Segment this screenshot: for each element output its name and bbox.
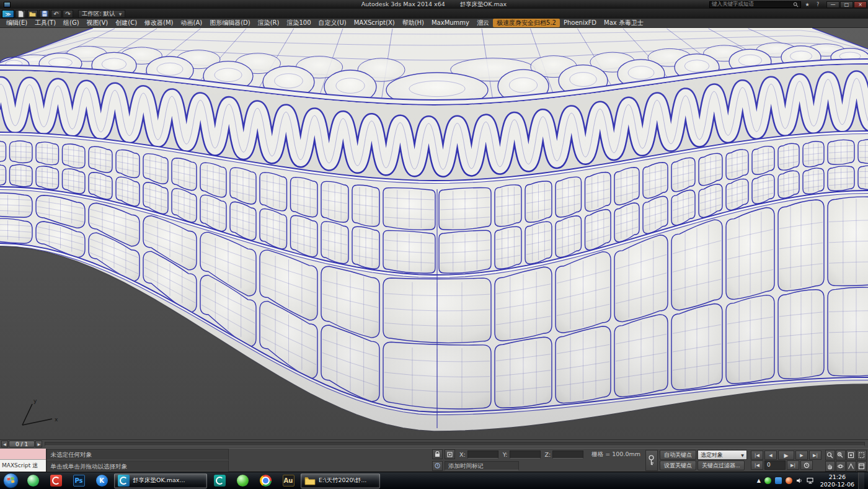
menu-item[interactable]: 自定义(U) <box>315 19 350 27</box>
menu-item[interactable]: 极速度身安全归档5.2 <box>493 19 560 27</box>
go-to-start-button[interactable]: |◀ <box>751 451 763 460</box>
tray-green-icon[interactable] <box>764 477 771 484</box>
new-scene-icon[interactable] <box>16 10 26 18</box>
key-filters-button[interactable]: 关键点过滤器... <box>698 460 745 470</box>
undo-icon[interactable]: ↶ <box>51 10 61 18</box>
taskbar-item-chrome[interactable] <box>255 473 276 488</box>
menu-item[interactable]: 创建(C) <box>112 19 141 27</box>
application-menu-button[interactable]: ≫ <box>2 10 14 18</box>
folder-icon <box>304 477 316 485</box>
taskbar-item-green-browser[interactable] <box>232 473 253 488</box>
viewport-navigation <box>825 450 867 472</box>
menu-item[interactable]: 动画(A) <box>177 19 206 27</box>
time-tag-icon <box>432 461 443 471</box>
taskbar-clock[interactable]: 21:26 2020-12-06 <box>820 473 854 488</box>
save-file-icon[interactable] <box>39 10 50 18</box>
macro-recorder-line[interactable] <box>0 449 46 460</box>
menu-item[interactable]: 组(G) <box>60 19 83 27</box>
quick-access-toolbar: ≫ ↶ ↷ 工作区: 默认▼ <box>0 9 868 19</box>
audition-icon: Au <box>283 475 294 487</box>
taskbar-item-red-app[interactable] <box>45 473 66 488</box>
menu-item[interactable]: 溜云 <box>473 19 493 27</box>
zoom-region-icon[interactable] <box>857 450 867 460</box>
absolute-offset-toggle[interactable] <box>445 449 455 459</box>
menu-item[interactable]: Max 杀毒卫士 <box>600 19 647 27</box>
taskbar-item-3dsmax-active[interactable]: 舒享床垫OK.max... <box>114 473 207 488</box>
add-time-tag[interactable]: 添加时间标记 <box>445 461 519 470</box>
taskbar-item-k-app[interactable]: K <box>91 473 112 488</box>
network-icon[interactable] <box>807 477 814 484</box>
svg-text:y: y <box>33 398 37 404</box>
next-frame-button[interactable]: ▶ <box>795 451 808 460</box>
tray-blue-icon[interactable] <box>775 477 782 484</box>
x-label: X: <box>459 451 466 458</box>
key-controls: 自动关键点 选定对象▼ 设置关键点 关键点过滤器... <box>645 449 747 472</box>
menu-item[interactable]: 渲染(R) <box>254 19 283 27</box>
orbit-icon[interactable] <box>836 461 846 472</box>
track-bar[interactable] <box>45 442 865 446</box>
previous-frame-button[interactable]: ◀ <box>764 451 777 460</box>
z-coordinate-field[interactable] <box>552 451 583 459</box>
x-coordinate-field[interactable] <box>467 451 498 459</box>
open-file-icon[interactable] <box>27 10 38 18</box>
taskbar-item-audition[interactable]: Au <box>278 473 299 488</box>
help-icon[interactable]: ? <box>813 1 822 8</box>
menu-item[interactable]: 视图(V) <box>83 19 112 27</box>
taskbar-item-teal-app[interactable] <box>209 473 230 488</box>
workspace-dropdown[interactable]: 工作区: 默认▼ <box>78 10 125 18</box>
time-slider-handle[interactable]: 0 / 1 <box>9 441 35 447</box>
menu-item[interactable]: PhoenixFD <box>560 19 600 27</box>
next-frame-arrow[interactable]: ▶ <box>35 441 42 447</box>
current-frame-field[interactable]: 0 <box>764 460 786 470</box>
zoom-icon[interactable] <box>825 450 835 460</box>
redo-icon[interactable]: ↷ <box>63 10 73 18</box>
maximize-button[interactable]: □ <box>840 1 853 8</box>
tray-expand-icon[interactable]: ▲ <box>757 478 761 483</box>
window-app-icon <box>4 2 11 7</box>
volume-icon[interactable] <box>796 477 803 484</box>
perspective-viewport[interactable]: xy <box>0 28 868 439</box>
play-button[interactable]: ▶ <box>778 451 794 460</box>
go-to-end-button[interactable]: ▶| <box>809 451 822 460</box>
start-button[interactable] <box>3 473 19 488</box>
menu-item[interactable]: MAXScript(X) <box>350 19 399 27</box>
menu-item[interactable]: 图形编辑器(D) <box>206 19 254 27</box>
time-configuration-button[interactable] <box>800 460 813 470</box>
close-button[interactable]: × <box>854 1 867 8</box>
auto-key-button[interactable]: 自动关键点 <box>660 450 696 460</box>
infocenter-search-input[interactable]: 键入关键字或短语 <box>709 1 801 8</box>
taskbar-item-explorer[interactable]: E:\天竹2020\舒... <box>301 473 380 488</box>
taskbar-item-browser-360[interactable] <box>22 473 43 488</box>
minimize-button[interactable]: — <box>826 1 839 8</box>
menu-item[interactable]: 编辑(E) <box>2 19 31 27</box>
selection-set-dropdown[interactable]: 选定对象▼ <box>698 450 747 460</box>
zoom-all-icon[interactable] <box>836 450 846 460</box>
status-message-panels: 未选定任何对象 单击或单击并拖动以选择对象 <box>46 449 229 472</box>
menu-item[interactable]: 帮助(H) <box>399 19 428 27</box>
zoom-extents-icon[interactable] <box>846 450 856 460</box>
set-keys-button[interactable] <box>645 450 658 471</box>
maximize-viewport-icon[interactable] <box>857 461 867 472</box>
grid-size-label: 栅格 = 100.0mm <box>591 451 640 459</box>
selection-lock-button[interactable] <box>432 449 443 459</box>
search-icon <box>793 2 799 7</box>
active-window-label: 舒享床垫OK.max... <box>133 477 185 485</box>
menu-item[interactable]: MaxMummy <box>428 19 473 27</box>
next-key-button[interactable]: ▶| <box>787 460 799 470</box>
tray-orange-icon[interactable] <box>786 477 792 484</box>
menu-item[interactable]: 修改器(M) <box>141 19 177 27</box>
listener-line[interactable]: MAXScript 迷 <box>0 460 46 472</box>
menu-item[interactable]: 渲染100 <box>283 19 314 27</box>
previous-key-button[interactable]: |◀ <box>751 460 763 470</box>
field-of-view-icon[interactable] <box>846 461 856 472</box>
pan-icon[interactable] <box>825 461 835 472</box>
favorites-star-icon[interactable]: ★ <box>803 1 812 8</box>
menu-item[interactable]: 工具(T) <box>31 19 60 27</box>
taskbar-item-photoshop[interactable]: Ps <box>68 473 89 488</box>
y-coordinate-field[interactable] <box>510 451 541 459</box>
set-key-button[interactable]: 设置关键点 <box>660 460 696 470</box>
mattress-wireframe-canvas[interactable]: xy <box>0 28 868 439</box>
prev-frame-arrow[interactable]: ◀ <box>1 441 8 447</box>
show-desktop-button[interactable] <box>858 472 864 489</box>
3dsmax-window: Autodesk 3ds Max 2014 x64舒享床垫OK.max 键入关键… <box>0 0 868 489</box>
